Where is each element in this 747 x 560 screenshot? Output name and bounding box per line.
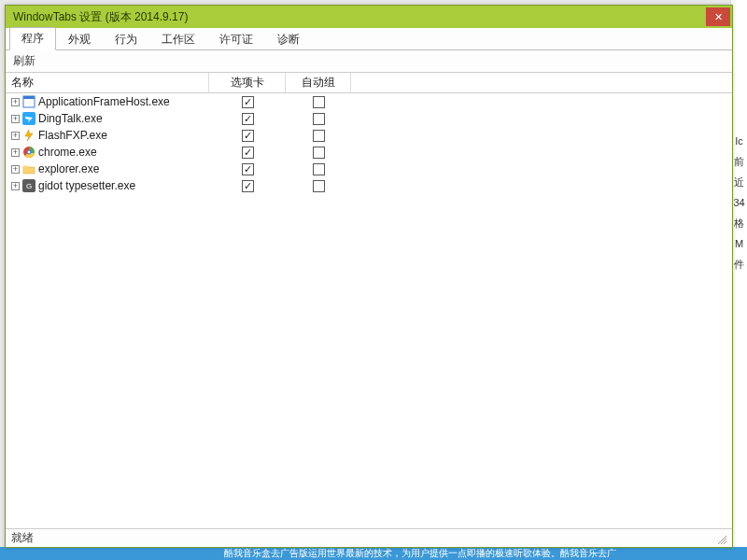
cell-auto bbox=[286, 96, 351, 108]
cell-tab bbox=[209, 130, 286, 142]
explorer-icon bbox=[22, 162, 35, 175]
svg-rect-1 bbox=[23, 96, 35, 99]
auto-checkbox[interactable] bbox=[313, 163, 325, 175]
tab-checkbox[interactable] bbox=[242, 163, 254, 175]
cell-name: +FlashFXP.exe bbox=[6, 129, 209, 142]
background-glyph: Ic bbox=[731, 131, 747, 151]
cell-name: +ApplicationFrameHost.exe bbox=[6, 95, 209, 108]
dingtalk-icon bbox=[22, 112, 35, 125]
header-tab[interactable]: 选项卡 bbox=[209, 73, 286, 92]
expand-icon[interactable]: + bbox=[11, 148, 20, 157]
cell-auto bbox=[286, 113, 351, 125]
table-row[interactable]: +explorer.exe bbox=[6, 161, 732, 177]
cell-auto bbox=[286, 163, 351, 175]
cell-name: +DingTalk.exe bbox=[6, 112, 209, 125]
expand-icon[interactable]: + bbox=[11, 182, 20, 190]
cell-auto bbox=[286, 130, 351, 142]
titlebar[interactable]: WindowTabs 设置 (版本 2014.9.17) ✕ bbox=[6, 6, 732, 28]
cell-tab bbox=[209, 147, 286, 159]
svg-rect-6 bbox=[23, 165, 27, 167]
table-row[interactable]: +Ggidot typesetter.exe bbox=[6, 177, 732, 194]
tab-checkbox[interactable] bbox=[242, 130, 254, 142]
cell-tab bbox=[209, 96, 286, 108]
tab-checkbox[interactable] bbox=[242, 180, 254, 192]
background-glyph: 格 bbox=[731, 213, 747, 233]
table-row[interactable]: +ApplicationFrameHost.exe bbox=[6, 93, 732, 110]
header-auto[interactable]: 自动组 bbox=[286, 73, 351, 92]
table-row[interactable]: +chrome.exe bbox=[6, 144, 732, 161]
tab-checkbox[interactable] bbox=[242, 96, 254, 108]
tab-strip: 程序外观行为工作区许可证诊断 bbox=[6, 28, 732, 50]
cell-tab bbox=[209, 180, 286, 192]
window-title: WindowTabs 设置 (版本 2014.9.17) bbox=[13, 9, 706, 25]
row-name-label: DingTalk.exe bbox=[38, 112, 103, 125]
tab-checkbox[interactable] bbox=[242, 113, 254, 125]
grid-rows: +ApplicationFrameHost.exe+DingTalk.exe+F… bbox=[6, 93, 732, 194]
cell-tab bbox=[209, 113, 286, 125]
cell-name: +explorer.exe bbox=[6, 162, 209, 175]
cell-tab bbox=[209, 163, 286, 175]
auto-checkbox[interactable] bbox=[313, 113, 325, 125]
tab-4[interactable]: 许可证 bbox=[207, 28, 265, 50]
tab-0[interactable]: 程序 bbox=[9, 27, 56, 50]
background-taskbar-text: 酷我音乐盒去广告版运用世界最新的技术，为用户提供一点即播的极速听歌体验。酷我音乐… bbox=[0, 547, 747, 560]
background-glyph: 近 bbox=[731, 172, 747, 192]
auto-checkbox[interactable] bbox=[313, 96, 325, 108]
background-glyph: 件 bbox=[731, 254, 747, 274]
frame-icon bbox=[22, 95, 35, 108]
content-area: 名称 选项卡 自动组 +ApplicationFrameHost.exe+Din… bbox=[6, 73, 732, 528]
expand-icon[interactable]: + bbox=[11, 98, 20, 106]
grid-header: 名称 选项卡 自动组 bbox=[6, 73, 732, 93]
close-icon: ✕ bbox=[714, 11, 723, 23]
background-glyph: 前 bbox=[731, 151, 747, 172]
tab-5[interactable]: 诊断 bbox=[265, 28, 312, 50]
header-name[interactable]: 名称 bbox=[6, 73, 209, 92]
tab-2[interactable]: 行为 bbox=[103, 28, 149, 50]
row-name-label: gidot typesetter.exe bbox=[38, 179, 135, 192]
auto-checkbox[interactable] bbox=[313, 180, 325, 192]
background-glyph: 34 bbox=[731, 192, 747, 213]
cell-auto bbox=[286, 147, 351, 159]
tab-checkbox[interactable] bbox=[242, 147, 254, 159]
auto-checkbox[interactable] bbox=[313, 130, 325, 142]
cell-name: +chrome.exe bbox=[6, 146, 209, 159]
table-row[interactable]: +DingTalk.exe bbox=[6, 110, 732, 127]
status-text: 就绪 bbox=[11, 530, 34, 546]
cell-name: +Ggidot typesetter.exe bbox=[6, 179, 209, 192]
expand-icon[interactable]: + bbox=[11, 165, 20, 174]
tab-1[interactable]: 外观 bbox=[56, 28, 103, 50]
table-row[interactable]: +FlashFXP.exe bbox=[6, 127, 732, 144]
flashfxp-icon bbox=[22, 129, 35, 142]
resize-grip[interactable] bbox=[715, 533, 726, 544]
settings-window: WindowTabs 设置 (版本 2014.9.17) ✕ 程序外观行为工作区… bbox=[5, 5, 733, 548]
refresh-button[interactable]: 刷新 bbox=[13, 54, 35, 67]
background-glyph: M bbox=[731, 233, 747, 254]
row-name-label: ApplicationFrameHost.exe bbox=[38, 95, 170, 108]
svg-point-5 bbox=[28, 151, 31, 154]
toolbar: 刷新 bbox=[6, 50, 732, 73]
close-button[interactable]: ✕ bbox=[706, 7, 730, 26]
expand-icon[interactable]: + bbox=[11, 115, 20, 123]
cell-auto bbox=[286, 180, 351, 192]
auto-checkbox[interactable] bbox=[313, 147, 325, 159]
gidot-icon: G bbox=[22, 179, 35, 192]
row-name-label: FlashFXP.exe bbox=[38, 129, 107, 142]
tab-3[interactable]: 工作区 bbox=[149, 28, 207, 50]
chrome-icon bbox=[22, 146, 35, 159]
expand-icon[interactable]: + bbox=[11, 132, 20, 140]
row-name-label: chrome.exe bbox=[38, 146, 97, 159]
row-name-label: explorer.exe bbox=[38, 162, 99, 175]
statusbar: 就绪 bbox=[6, 528, 732, 547]
svg-text:G: G bbox=[26, 182, 32, 190]
